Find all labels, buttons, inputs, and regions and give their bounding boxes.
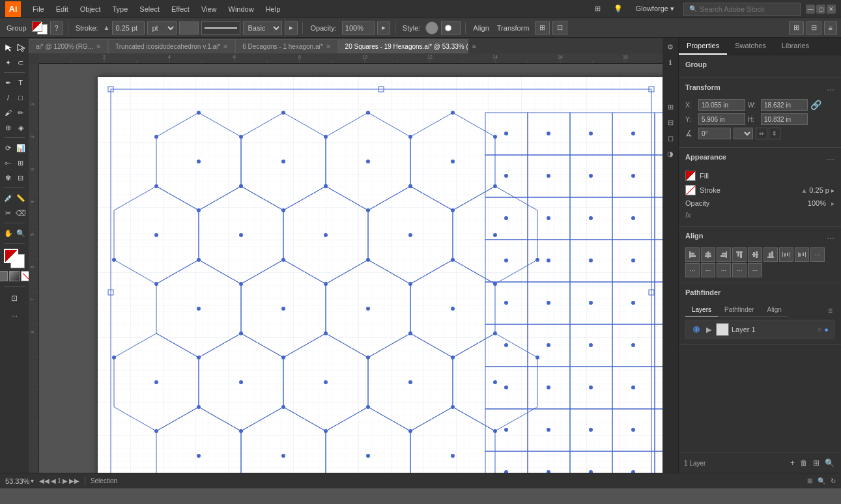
opacity-options-btn[interactable]: ▸ [377,21,390,35]
warp-tool[interactable]: ⟜ [2,156,14,170]
eraser-tool[interactable]: ⌫ [14,206,27,220]
blend-tool[interactable]: ⟳ [2,141,14,155]
search-stock-input[interactable] [700,5,795,13]
layer-search-btn[interactable]: 🔍 [823,457,836,469]
view-arrangement-btn[interactable]: ⊞ [789,21,804,35]
ctx-shape-btn[interactable]: ◻ [664,132,677,145]
status-sync-btn[interactable]: ↻ [831,477,836,484]
align-center-v-btn[interactable] [748,247,762,262]
angle-input[interactable] [698,128,731,139]
artboard-nav-icon[interactable]: ⊞ [807,477,812,484]
zoom-tool[interactable]: 🔍 [14,226,27,240]
tab-2-close[interactable]: ✕ [223,43,228,50]
layer-visibility-btn[interactable] [691,324,702,335]
menu-select[interactable]: Select [134,3,165,15]
w-input[interactable] [761,99,808,111]
tab-2[interactable]: Truncated icosidodecahedron v.1.ai* ✕ [108,39,235,53]
pf-tab-layers[interactable]: Layers [685,304,718,317]
minimize-button[interactable]: — [806,5,815,14]
align-distribute-btn[interactable]: ⊞ [535,21,550,35]
line-tool[interactable]: / [2,91,14,105]
menu-view[interactable]: View [196,3,222,15]
pf-tab-pathfinder[interactable]: Pathfinder [718,304,761,317]
style-swatch[interactable] [441,21,461,35]
new-layer-btn[interactable]: + [789,457,796,469]
prev-artboard-btn[interactable]: ◀◀ [39,477,50,484]
tab-1-close[interactable]: ✕ [96,43,101,50]
align-more-btn[interactable]: ··· [827,232,834,243]
hand-tool[interactable]: ✋ [2,226,14,240]
gradient-fill-btn[interactable] [9,271,20,281]
menu-effect[interactable]: Effect [166,3,195,15]
dist-center-h-btn[interactable] [795,247,809,262]
stroke-value-arrow[interactable]: ▸ [831,187,834,194]
eyedropper-tool[interactable]: 💉 [2,191,14,205]
menu-help[interactable]: Help [261,3,286,15]
fx-label[interactable]: fx [685,211,691,219]
layer-target-icon[interactable]: ○ [818,326,822,333]
selection-tool[interactable] [2,40,14,55]
dist-right-btn[interactable]: ··· [810,247,825,262]
layer-options-btn[interactable]: ⊞ [812,457,821,469]
transform-btn[interactable]: ⊡ [552,21,567,35]
next-artboard-btn[interactable]: ▶ [63,477,68,484]
pf-menu-btn[interactable]: ≡ [826,304,834,317]
tool-options-btn[interactable]: ? [50,21,63,35]
slice-tool[interactable]: ✂ [2,206,14,220]
magic-wand-tool[interactable]: ✦ [2,55,14,70]
align-bottom-btn[interactable] [763,247,778,262]
stroke-color-swatch-2[interactable] [685,185,696,195]
dist-bottom-btn[interactable]: ··· [717,263,731,277]
ctx-info-btn[interactable]: ℹ [664,56,677,69]
layer-expand-btn[interactable]: ▶ [704,325,713,334]
stroke-color-swatch[interactable] [179,21,199,35]
fill-color-swatch[interactable] [685,171,696,181]
align-right-btn[interactable] [717,247,731,262]
arrange-icon[interactable]: ⊞ [591,3,605,14]
measure-tool[interactable]: 📏 [14,191,27,205]
tab-3-close[interactable]: ✕ [326,43,331,50]
transform-more-btn[interactable]: ··· [827,84,834,94]
layer-lock-icon[interactable]: ● [824,326,829,333]
opacity-input[interactable] [342,21,375,35]
align-top-btn[interactable] [732,247,747,262]
none-fill-btn[interactable] [21,271,29,281]
direct-selection-tool[interactable] [14,40,27,55]
flip-v-icon[interactable]: ⇕ [769,128,780,139]
ctx-color-btn[interactable]: ◑ [664,147,677,160]
dist-center-v-btn[interactable]: ··· [701,263,715,277]
lasso-tool[interactable]: ⊂ [14,55,27,70]
tab-libraries[interactable]: Libraries [774,38,817,55]
next-artboard2-btn[interactable]: ▶▶ [69,477,79,484]
canvas-scroll[interactable]: 2 4 6 8 10 12 14 16 18 [39,53,663,473]
appearance-more-btn[interactable]: ··· [827,154,834,164]
style-color-btn[interactable] [425,21,438,35]
tab-4[interactable]: 20 Squares - 19 Hexagons.ai* @ 53.33% (R… [338,39,468,53]
menu-edit[interactable]: Edit [51,3,74,15]
menu-object[interactable]: Object [75,3,106,15]
dist-left-btn[interactable] [779,247,793,262]
status-search-btn[interactable]: 🔍 [818,477,825,484]
more-tabs-btn[interactable]: » [468,39,480,53]
stroke-unit-select[interactable]: ptinmm [147,21,177,35]
pen-tool[interactable]: ✒ [2,76,14,90]
panel-scroll-area[interactable]: Group Transform ··· X: W: 🔗 Y: [679,55,841,453]
align-center-h-btn[interactable] [701,247,715,262]
fill-swatch[interactable] [4,249,18,263]
stroke-width-input[interactable] [112,21,145,35]
rect-tool[interactable]: □ [14,91,27,105]
shape-builder-tool[interactable]: ⊕ [2,120,14,135]
close-button[interactable]: ✕ [827,5,836,14]
y-input[interactable] [698,113,745,125]
menu-window[interactable]: Window [223,3,259,15]
tab-3[interactable]: 6 Decagons - 1 hexagon.ai* ✕ [235,39,337,53]
column-graph-tool[interactable]: 📊 [14,141,27,155]
stroke-arrow-up[interactable]: ▲ [104,24,110,31]
change-screen-mode-btn[interactable]: ⊡ [2,290,27,307]
menu-type[interactable]: Type [107,3,134,15]
text-tool[interactable]: T [14,76,27,90]
artboard-tool[interactable]: ⊟ [14,171,27,185]
zoom-dropdown-btn[interactable]: ▾ [31,477,34,484]
dist-spacing-btn[interactable]: ··· [732,263,747,277]
opacity-arrow[interactable]: ▸ [831,200,834,207]
